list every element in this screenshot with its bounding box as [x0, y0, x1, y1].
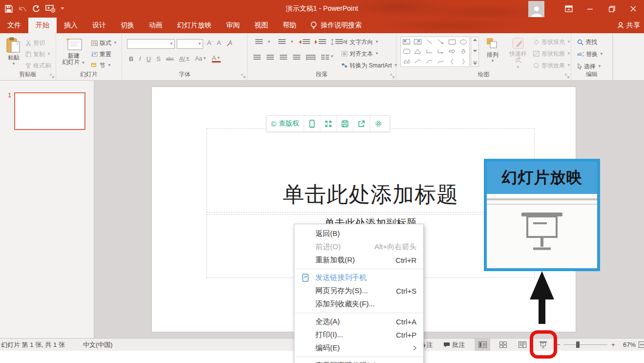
new-slide-button[interactable]: 新建幻灯片 ▼ — [61, 37, 86, 65]
export-button[interactable] — [353, 116, 370, 131]
justify-icon[interactable] — [293, 55, 300, 61]
shapes-gallery-scroll[interactable] — [471, 37, 479, 67]
format-painter-button[interactable]: 格式刷 — [25, 61, 51, 70]
font-size-combobox[interactable]: ▼ — [177, 39, 203, 49]
quick-styles-button[interactable]: 快速样式▼ — [507, 37, 529, 70]
font-name-combobox[interactable]: ▼ — [127, 39, 175, 49]
bold-button[interactable]: B — [129, 55, 133, 63]
share-button[interactable]: 共享 — [618, 18, 640, 33]
shape-freeform-icon — [403, 59, 410, 64]
reading-view-button[interactable] — [515, 339, 530, 351]
align-center-icon[interactable] — [267, 55, 274, 61]
arrange-button[interactable]: 排列▼ — [483, 37, 502, 63]
select-button[interactable]: 选择▼ — [577, 62, 603, 71]
settings-gear-icon[interactable] — [370, 116, 387, 131]
zoom-slider[interactable] — [563, 344, 607, 345]
menu-item-send-link-to-phone[interactable]: 发送链接到手机 — [294, 271, 423, 284]
language-status[interactable]: 中文(中国) — [83, 339, 113, 351]
menu-item-save-page-as[interactable]: 网页另存为(S)...Ctrl+S — [294, 284, 423, 298]
menu-item-select-all[interactable]: 全选(A)Ctrl+A — [294, 315, 423, 328]
close-button[interactable] — [623, 0, 644, 18]
tab-design[interactable]: 设计 — [85, 18, 113, 33]
slide-sorter-view-button[interactable] — [495, 339, 511, 351]
shrink-font-button[interactable]: Aˇ — [217, 39, 223, 46]
strikethrough-button[interactable]: abc — [166, 56, 174, 62]
change-case-button[interactable]: Aa▼ — [195, 55, 207, 62]
fullscreen-button[interactable] — [320, 116, 337, 131]
numbering-caret-icon[interactable]: ▼ — [290, 40, 294, 44]
text-shadow-button[interactable]: S — [156, 55, 161, 63]
reset-button[interactable]: 重置 — [91, 49, 117, 59]
columns-icon[interactable]: ▼ — [321, 55, 334, 61]
align-left-icon[interactable] — [253, 55, 261, 61]
align-right-icon[interactable] — [280, 55, 287, 61]
slide-thumbnail[interactable] — [14, 92, 85, 130]
drawing-dialog-launcher-icon[interactable] — [565, 74, 569, 78]
font-color-button[interactable]: A▼ — [212, 55, 221, 63]
restore-button[interactable] — [601, 0, 623, 18]
tab-file[interactable]: 文件 — [0, 18, 28, 33]
shapes-gallery[interactable] — [400, 37, 470, 67]
tab-review[interactable]: 审阅 — [219, 18, 247, 33]
zoom-out-button[interactable]: − — [557, 339, 561, 351]
section-button[interactable]: 节▼ — [91, 61, 117, 70]
paste-clipboard-icon — [6, 37, 21, 54]
save-slides-button[interactable] — [337, 116, 353, 131]
tell-me-search[interactable]: 操作说明搜索 — [304, 18, 369, 33]
tab-help[interactable]: 帮助 — [275, 18, 304, 33]
distributed-icon[interactable] — [306, 55, 315, 61]
svg-text:ab: ab — [577, 52, 582, 57]
menu-item-add-to-favorites[interactable]: 添加到收藏夹(F)... — [294, 298, 423, 311]
convert-to-smartart-button[interactable]: 转换为 SmartArt▼ — [341, 61, 398, 70]
zoom-level[interactable]: 67% — [623, 339, 636, 351]
check-copyright-button[interactable]: © 查版权 — [267, 116, 304, 131]
text-direction-button[interactable]: 文字方向▼ — [341, 37, 398, 47]
underline-button[interactable]: U — [146, 55, 151, 63]
tab-animations[interactable]: 动画 — [142, 18, 170, 33]
copy-button[interactable]: 复制▼ — [25, 49, 51, 59]
cut-button[interactable]: 剪切 — [25, 38, 51, 48]
tab-insert[interactable]: 插入 — [57, 18, 85, 33]
zoom-in-button[interactable]: + — [611, 339, 615, 351]
tab-home[interactable]: 开始 — [28, 18, 57, 33]
tab-slideshow[interactable]: 幻灯片放映 — [170, 18, 219, 33]
menu-item-reload[interactable]: 重新加载(R)Ctrl+R — [294, 254, 423, 267]
fit-to-window-icon[interactable] — [639, 339, 644, 351]
shape-outline-button[interactable]: 形状轮廓▼ — [533, 49, 571, 59]
group-clipboard: 粘贴▼ 剪切 复制▼ 格式刷 剪贴板 — [0, 33, 56, 80]
minimize-button[interactable] — [580, 0, 601, 18]
font-dialog-launcher-icon[interactable] — [241, 74, 246, 78]
tab-view[interactable]: 视图 — [247, 18, 275, 33]
shape-effects-button[interactable]: 形状效果▼ — [533, 61, 571, 70]
paragraph-dialog-launcher-icon[interactable] — [390, 74, 395, 78]
menu-separator — [294, 357, 423, 357]
tab-transitions[interactable]: 切换 — [113, 18, 142, 33]
comments-toggle[interactable]: 批注 — [443, 339, 465, 351]
menu-item-print[interactable]: 打印(I)...Ctrl+P — [294, 328, 423, 342]
grow-font-button[interactable]: Aˆ — [207, 39, 213, 46]
character-spacing-button[interactable]: AV▼ — [179, 56, 190, 62]
italic-button[interactable]: I — [139, 55, 141, 63]
numbering-icon[interactable] — [278, 39, 286, 45]
increase-indent-icon[interactable] — [314, 39, 326, 45]
account-avatar[interactable] — [528, 1, 544, 17]
align-text-button[interactable]: 对齐文本▼ — [341, 49, 398, 59]
find-button[interactable]: 查找 — [577, 37, 603, 47]
menu-item-encoding[interactable]: 编码(E) — [294, 342, 423, 355]
bullets-caret-icon[interactable]: ▼ — [267, 40, 271, 44]
zoom-slider-handle[interactable] — [576, 342, 580, 348]
menu-item-back[interactable]: 返回(B) — [294, 227, 423, 240]
clear-formatting-button[interactable] — [227, 40, 233, 46]
ribbon-display-options-icon[interactable] — [558, 0, 580, 18]
layout-button[interactable]: 版式▼ — [91, 38, 117, 48]
normal-view-button[interactable] — [475, 339, 490, 351]
bullets-icon[interactable] — [255, 39, 263, 45]
shape-fill-button[interactable]: 形状填充▼ — [533, 37, 571, 47]
clipboard-dialog-launcher-icon[interactable] — [50, 74, 54, 78]
decrease-indent-icon[interactable] — [298, 39, 310, 45]
paste-button[interactable]: 粘贴▼ — [4, 37, 23, 66]
slide-counter: 幻灯片 第 1 张, 共 1 张 — [1, 339, 65, 351]
replace-button[interactable]: ab替换▼ — [577, 49, 603, 59]
menu-item-view-source[interactable]: 查看网页源代码(V)Ctrl+U — [294, 359, 423, 363]
send-to-phone-button[interactable] — [304, 116, 320, 131]
